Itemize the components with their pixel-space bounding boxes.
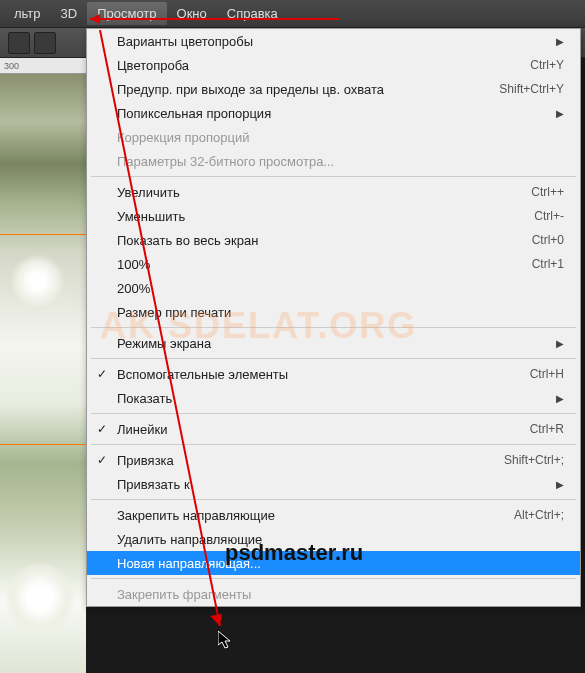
menu-item-shortcut: Ctrl++: [531, 185, 564, 199]
submenu-arrow-icon: ▶: [556, 338, 564, 349]
menu-item-label: Вспомогательные элементы: [117, 367, 530, 382]
menu-item-label: Привязка: [117, 453, 504, 468]
menu-item-label: Линейки: [117, 422, 530, 437]
svg-marker-3: [210, 614, 222, 626]
menu-item-label: Цветопроба: [117, 58, 530, 73]
menu-separator: [91, 176, 576, 177]
check-icon: ✓: [97, 422, 107, 436]
menu-item-label: Привязать к: [117, 477, 556, 492]
menu-item[interactable]: ✓ЛинейкиCtrl+R: [87, 417, 580, 441]
menu-item-shortcut: Shift+Ctrl+Y: [499, 82, 564, 96]
cursor-icon: [218, 631, 234, 655]
menu-separator: [91, 413, 576, 414]
menu-item: Закрепить фрагменты: [87, 582, 580, 606]
menu-separator: [91, 358, 576, 359]
menu-separator: [91, 499, 576, 500]
menu-filter[interactable]: льтр: [4, 2, 51, 25]
canvas[interactable]: [0, 74, 86, 673]
watermark-bg: AK SDELAT.ORG: [100, 305, 417, 347]
menu-item-label: Варианты цветопробы: [117, 34, 556, 49]
menu-item[interactable]: УменьшитьCtrl+-: [87, 204, 580, 228]
menu-item-label: Уменьшить: [117, 209, 534, 224]
menu-item-label: 100%: [117, 257, 532, 272]
menu-item-label: Закрепить фрагменты: [117, 587, 564, 602]
menu-item-label: Предупр. при выходе за пределы цв. охват…: [117, 82, 499, 97]
check-icon: ✓: [97, 453, 107, 467]
menu-item[interactable]: Предупр. при выходе за пределы цв. охват…: [87, 77, 580, 101]
menu-item[interactable]: ✓ПривязкаShift+Ctrl+;: [87, 448, 580, 472]
menu-item-label: Попиксельная пропорция: [117, 106, 556, 121]
menu-item-shortcut: Ctrl+1: [532, 257, 564, 271]
menu-item[interactable]: ✓Вспомогательные элементыCtrl+H: [87, 362, 580, 386]
canvas-image: [0, 74, 86, 673]
tool-button-2[interactable]: [34, 32, 56, 54]
menu-item[interactable]: Закрепить направляющиеAlt+Ctrl+;: [87, 503, 580, 527]
menu-item-shortcut: Ctrl+R: [530, 422, 564, 436]
menu-item-label: Параметры 32-битного просмотра...: [117, 154, 564, 169]
menu-window[interactable]: Окно: [167, 2, 217, 25]
menu-item-label: Закрепить направляющие: [117, 508, 514, 523]
menu-item-label: 200%: [117, 281, 564, 296]
menu-item[interactable]: УвеличитьCtrl++: [87, 180, 580, 204]
menu-help[interactable]: Справка: [217, 2, 288, 25]
watermark-fg: psdmaster.ru: [225, 540, 363, 566]
menu-item[interactable]: Привязать к▶: [87, 472, 580, 496]
submenu-arrow-icon: ▶: [556, 393, 564, 404]
ruler-horizontal: 300: [0, 58, 86, 74]
menu-item-shortcut: Ctrl+0: [532, 233, 564, 247]
submenu-arrow-icon: ▶: [556, 36, 564, 47]
submenu-arrow-icon: ▶: [556, 108, 564, 119]
menu-item[interactable]: Попиксельная пропорция▶: [87, 101, 580, 125]
menu-item-shortcut: Ctrl+H: [530, 367, 564, 381]
menu-item-shortcut: Alt+Ctrl+;: [514, 508, 564, 522]
menu-item: Коррекция пропорций: [87, 125, 580, 149]
guide-line: [0, 444, 86, 445]
menu-item[interactable]: 200%: [87, 276, 580, 300]
check-icon: ✓: [97, 367, 107, 381]
menu-item-label: Показать во весь экран: [117, 233, 532, 248]
menu-item-shortcut: Ctrl+Y: [530, 58, 564, 72]
menu-item[interactable]: Показать во весь экранCtrl+0: [87, 228, 580, 252]
menu-item-label: Увеличить: [117, 185, 531, 200]
menubar: льтр 3D Просмотр Окно Справка: [0, 0, 585, 28]
guide-line: [0, 234, 86, 235]
menu-item-shortcut: Shift+Ctrl+;: [504, 453, 564, 467]
menu-item[interactable]: Показать▶: [87, 386, 580, 410]
menu-3d[interactable]: 3D: [51, 2, 88, 25]
menu-item[interactable]: 100%Ctrl+1: [87, 252, 580, 276]
menu-view[interactable]: Просмотр: [87, 2, 166, 25]
menu-item-label: Коррекция пропорций: [117, 130, 564, 145]
menu-item[interactable]: Варианты цветопробы▶: [87, 29, 580, 53]
menu-item[interactable]: ЦветопробаCtrl+Y: [87, 53, 580, 77]
menu-separator: [91, 578, 576, 579]
menu-item-label: Показать: [117, 391, 556, 406]
submenu-arrow-icon: ▶: [556, 479, 564, 490]
menu-separator: [91, 444, 576, 445]
menu-item-shortcut: Ctrl+-: [534, 209, 564, 223]
menu-item: Параметры 32-битного просмотра...: [87, 149, 580, 173]
ruler-mark: 300: [4, 61, 19, 71]
tool-button-1[interactable]: [8, 32, 30, 54]
